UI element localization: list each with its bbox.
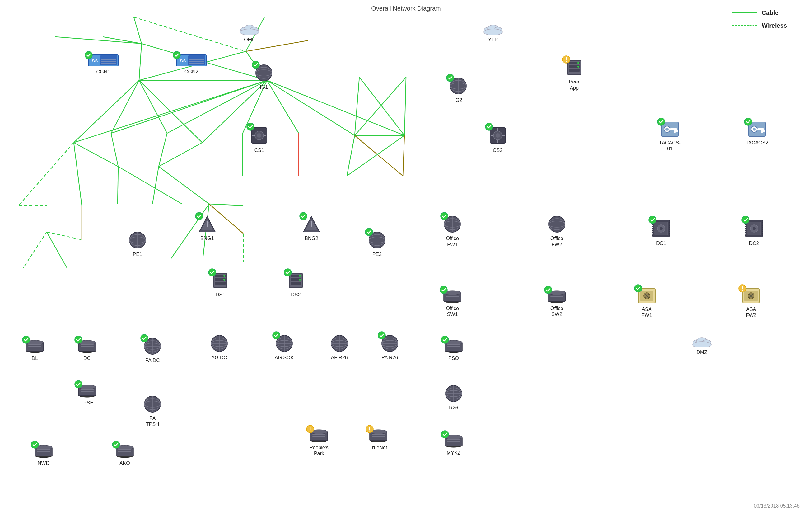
node-mykz: MYKZ bbox=[443, 433, 464, 456]
svg-point-196 bbox=[742, 216, 749, 223]
status-badge-ig2 bbox=[446, 74, 454, 83]
svg-rect-178 bbox=[676, 130, 678, 132]
svg-line-33 bbox=[347, 135, 355, 176]
node-label-officefw2: FW2 bbox=[550, 242, 563, 247]
svg-line-48 bbox=[209, 204, 243, 206]
node-agdc: AG DC bbox=[210, 334, 229, 360]
node-ig2: IG2 bbox=[448, 77, 468, 103]
svg-rect-303 bbox=[37, 451, 50, 452]
node-dl: DL bbox=[24, 339, 46, 361]
node-icon-agsok bbox=[276, 334, 293, 354]
node-label-cgn1: CGN1 bbox=[96, 69, 110, 75]
status-badge-officesw2 bbox=[544, 286, 552, 295]
node-label-officefw1: Office bbox=[446, 235, 459, 241]
svg-point-195 bbox=[753, 227, 756, 230]
node-label-ytp: YTP bbox=[488, 37, 498, 43]
node-icon-ytp bbox=[482, 20, 504, 36]
status-badge-cs1 bbox=[246, 123, 255, 132]
node-label-ds1: DS1 bbox=[215, 292, 225, 298]
node-icon-ig1 bbox=[255, 64, 273, 83]
svg-point-175 bbox=[665, 128, 669, 131]
node-icon-nwd bbox=[34, 444, 53, 459]
node-label-tacacs2: TACACS2 bbox=[746, 140, 768, 146]
svg-line-24 bbox=[159, 133, 167, 167]
node-label-dc: DC bbox=[83, 355, 90, 361]
svg-point-89 bbox=[446, 74, 454, 82]
status-badge-ako bbox=[112, 440, 120, 450]
status-badge-asafw2 bbox=[738, 284, 746, 294]
svg-rect-72 bbox=[188, 55, 205, 65]
node-icon-bng2 bbox=[302, 215, 320, 235]
node-ds2: DS2 bbox=[286, 272, 306, 298]
svg-line-12 bbox=[139, 80, 202, 143]
svg-point-106 bbox=[247, 123, 254, 131]
node-icon-asafw1 bbox=[637, 288, 657, 305]
svg-line-45 bbox=[47, 232, 82, 240]
svg-line-32 bbox=[355, 77, 406, 135]
svg-point-119 bbox=[195, 212, 203, 220]
node-label-bng1: BNG1 bbox=[200, 235, 214, 241]
node-ytp: YTP bbox=[481, 20, 505, 43]
node-cs1: CS1 bbox=[250, 126, 269, 153]
svg-point-292 bbox=[369, 430, 370, 431]
svg-rect-259 bbox=[447, 346, 460, 347]
node-oml: OML bbox=[237, 20, 262, 43]
node-truenet: TrueNet bbox=[368, 428, 389, 451]
svg-point-310 bbox=[112, 441, 120, 449]
node-bng2: BNG2 bbox=[302, 215, 321, 241]
svg-rect-93 bbox=[569, 69, 580, 72]
status-badge-dc bbox=[75, 336, 82, 345]
svg-point-298 bbox=[441, 431, 448, 438]
svg-rect-308 bbox=[118, 449, 131, 450]
status-badge-padc bbox=[140, 334, 148, 344]
svg-line-0 bbox=[134, 17, 142, 44]
node-officesw1: OfficeSW1 bbox=[442, 289, 463, 317]
node-ako: AKO bbox=[114, 444, 135, 466]
node-icon-dl bbox=[25, 339, 45, 354]
svg-line-46 bbox=[23, 232, 47, 268]
svg-point-148 bbox=[299, 279, 301, 280]
svg-rect-146 bbox=[291, 282, 301, 284]
svg-point-135 bbox=[365, 228, 373, 236]
node-label-dmz: DMZ bbox=[696, 349, 707, 355]
node-icon-officefw2 bbox=[548, 215, 566, 235]
node-cgn2: As CGN2 bbox=[174, 54, 208, 75]
svg-point-202 bbox=[634, 284, 642, 292]
node-icon-agdc bbox=[210, 334, 228, 354]
status-badge-ig1 bbox=[252, 61, 260, 70]
svg-rect-177 bbox=[674, 130, 676, 133]
svg-rect-164 bbox=[446, 295, 459, 296]
timestamp-label: 03/13/2018 05:13:46 bbox=[754, 503, 800, 509]
node-label-peerapp: Peer App bbox=[565, 79, 584, 90]
node-dc: DC bbox=[77, 339, 98, 361]
svg-point-57 bbox=[240, 29, 259, 34]
svg-rect-184 bbox=[761, 130, 763, 133]
node-icon-tpsh bbox=[78, 383, 97, 399]
svg-point-147 bbox=[299, 275, 301, 277]
svg-rect-185 bbox=[763, 130, 765, 132]
node-label-ako: AKO bbox=[119, 460, 130, 466]
node-par26: PA R26 bbox=[380, 334, 400, 360]
node-label-officefw1: FW1 bbox=[446, 242, 459, 247]
node-icon-padc bbox=[143, 337, 162, 356]
node-pe2: PE2 bbox=[368, 231, 387, 257]
legend-wireless-label: Wireless bbox=[762, 22, 787, 29]
node-icon-tacacs2 bbox=[747, 121, 766, 139]
cable-line-icon bbox=[732, 12, 757, 13]
node-cs2: CS2 bbox=[488, 126, 508, 153]
svg-point-172 bbox=[545, 286, 552, 294]
node-icon-ds2 bbox=[287, 272, 305, 291]
node-asafw1: ASAFW1 bbox=[637, 288, 657, 318]
svg-line-21 bbox=[267, 80, 355, 135]
node-icon-asafw2 bbox=[742, 288, 761, 305]
svg-point-140 bbox=[223, 275, 225, 277]
status-badge-peerapp bbox=[562, 55, 570, 65]
status-badge-bng2 bbox=[299, 212, 308, 221]
svg-line-38 bbox=[74, 143, 82, 206]
diagram-title: Overall Network Diagram bbox=[371, 5, 440, 12]
svg-rect-281 bbox=[312, 436, 325, 437]
node-asafw2: ASAFW2 bbox=[742, 288, 761, 318]
legend-cable: Cable bbox=[732, 9, 787, 17]
svg-point-214 bbox=[693, 342, 711, 347]
status-badge-officesw1 bbox=[440, 286, 448, 295]
